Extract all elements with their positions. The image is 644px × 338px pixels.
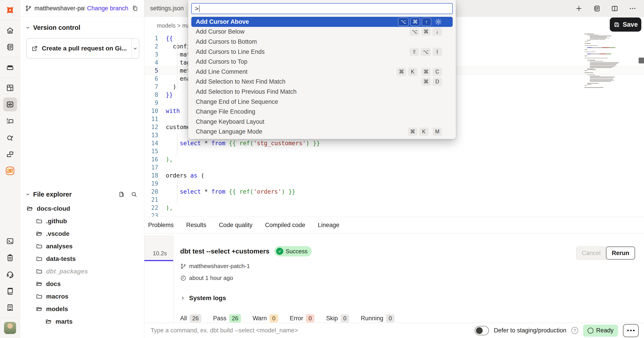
tab-settings-json[interactable]: settings.json <box>144 5 190 12</box>
palette-command[interactable]: Add Selection to Previous Find Match <box>191 87 453 97</box>
new-tab-icon[interactable] <box>575 5 583 12</box>
palette-command[interactable]: Add Selection to Next Find Match⌘D <box>191 77 453 87</box>
count-warn[interactable]: Warn0 <box>253 314 278 322</box>
folder-icon <box>36 256 42 262</box>
file-tree-item[interactable]: dbt_packages <box>20 265 144 278</box>
success-check-icon <box>276 248 283 255</box>
palette-command[interactable]: Add Cursors to Line Ends⇧⌥I <box>191 47 453 57</box>
help-icon[interactable]: ? <box>571 327 578 334</box>
create-pr-button[interactable]: Create a pull request on Gi... <box>27 39 132 58</box>
app-rail <box>0 0 20 338</box>
keyboard-shortcut-key: ⌘ <box>421 68 431 76</box>
editor-scrollbar-thumb[interactable] <box>639 58 644 63</box>
keyboard-shortcut-key: ⌘ <box>421 78 431 86</box>
folder-icon <box>36 243 42 250</box>
indent-guide <box>177 131 178 155</box>
change-branch-link[interactable]: Change branch <box>87 5 128 12</box>
code-line: 15 <box>144 147 644 155</box>
code-line: 19 <box>144 180 644 188</box>
rerun-button[interactable]: Rerun <box>606 247 635 260</box>
folder-icon <box>26 205 33 212</box>
new-file-icon[interactable] <box>118 191 125 198</box>
search-icon[interactable] <box>131 191 138 198</box>
command-input[interactable] <box>150 327 474 334</box>
keyboard-shortcut-key: I <box>432 48 442 56</box>
support-headset-icon[interactable] <box>3 267 17 281</box>
file-tree-item[interactable]: .github <box>20 215 144 228</box>
count-error[interactable]: Error0 <box>290 314 314 322</box>
cancel-button[interactable]: Cancel <box>576 247 606 260</box>
configure-keybinding-icon[interactable] <box>435 18 442 25</box>
minimap[interactable] <box>584 34 618 88</box>
audit-search-icon[interactable] <box>3 131 17 144</box>
more-options-icon[interactable] <box>629 5 636 12</box>
more-options-button[interactable] <box>623 324 639 337</box>
panel-tab-lineage[interactable]: Lineage <box>318 217 339 233</box>
file-tree-item[interactable]: marts <box>20 315 144 328</box>
file-tree-item[interactable]: macros <box>20 290 144 303</box>
palette-command[interactable]: Add Cursor Above⌥⌘↑ <box>191 17 453 27</box>
keyboard-shortcut-key: C <box>432 68 442 76</box>
palette-command[interactable]: Change File Encoding <box>191 107 453 117</box>
notebook-panel-icon[interactable] <box>593 5 600 12</box>
count-all[interactable]: All26 <box>180 314 202 322</box>
panel-tab-code-quality[interactable]: Code quality <box>219 217 252 233</box>
user-avatar[interactable] <box>4 322 16 334</box>
palette-command[interactable]: Add Cursor Below⌥⌘↓ <box>191 27 453 37</box>
dbt-logo-icon[interactable] <box>5 5 15 15</box>
file-tree-item[interactable]: .vscode <box>20 228 144 240</box>
palette-command[interactable]: Change End of Line Sequence <box>191 97 453 107</box>
file-tree-item[interactable]: docs <box>20 278 144 290</box>
file-tree-item[interactable]: models <box>20 303 144 315</box>
panel-tab-problems[interactable]: Problems <box>148 217 174 233</box>
organization-icon[interactable] <box>3 300 17 314</box>
folder-name: dbt_packages <box>46 268 88 275</box>
inbox-icon[interactable] <box>3 61 17 74</box>
count-skip[interactable]: Skip0 <box>326 314 349 322</box>
palette-command[interactable]: Add Line Comment⌘K⌘C <box>191 67 453 77</box>
code-editor-icon[interactable] <box>3 97 17 111</box>
rail-divider <box>0 78 20 78</box>
save-button[interactable]: Save <box>610 18 641 32</box>
code-line: 21 <box>144 196 644 204</box>
canvas-icon[interactable] <box>3 114 17 128</box>
palette-command[interactable]: Add Cursors to Top <box>191 57 453 67</box>
compare-windows-icon[interactable] <box>3 147 17 161</box>
count-pass[interactable]: Pass26 <box>213 314 241 322</box>
keyboard-shortcut-key: K <box>408 68 417 76</box>
file-tree-item[interactable]: data-tests <box>20 253 144 265</box>
palette-command[interactable]: Change Language Mode⌘KM <box>191 127 453 137</box>
file-tree-item[interactable]: analyses <box>20 240 144 253</box>
breadcrumb: models > mar <box>157 22 192 29</box>
result-counts: All26Pass26Warn0Error0Skip0Running0 <box>180 314 636 322</box>
dbt-copilot-icon[interactable] <box>3 164 17 178</box>
checklist-icon[interactable] <box>3 251 17 265</box>
terminal-icon[interactable] <box>3 234 17 248</box>
keyboard-shortcut-key: ⌘ <box>397 68 406 76</box>
count-label: All <box>180 315 187 322</box>
home-icon[interactable] <box>3 24 17 38</box>
version-control-header[interactable]: Version control <box>20 23 144 33</box>
palette-command-label: Add Selection to Next Find Match <box>196 78 417 85</box>
panel-tab-compiled-code[interactable]: Compiled code <box>265 217 305 233</box>
defer-toggle[interactable] <box>474 326 489 335</box>
palette-command[interactable]: Add Cursors to Bottom <box>191 37 453 47</box>
panel-tab-results[interactable]: Results <box>186 217 206 233</box>
keyboard-shortcut-key: ⌘ <box>421 28 431 36</box>
file-explorer-header[interactable]: File explorer <box>20 189 144 199</box>
status-badge: Success <box>274 246 312 256</box>
file-tree-item[interactable]: docs-cloud <box>20 202 144 215</box>
split-pane-icon[interactable] <box>611 5 618 12</box>
system-logs-toggle[interactable]: System logs <box>180 294 636 302</box>
status-label: Success <box>286 248 308 255</box>
copy-branch-icon[interactable] <box>132 5 138 12</box>
palette-command[interactable]: Change Keyboard Layout <box>191 117 453 127</box>
count-running[interactable]: Running0 <box>361 314 394 322</box>
notebook-icon[interactable] <box>3 40 17 54</box>
dashboard-icon[interactable] <box>3 81 17 95</box>
docs-book-icon[interactable] <box>3 284 17 298</box>
ready-label: Ready <box>596 327 614 334</box>
command-palette-input[interactable]: > <box>191 3 453 14</box>
pr-dropdown-button[interactable] <box>132 39 139 58</box>
code-line: 22), <box>144 204 644 212</box>
